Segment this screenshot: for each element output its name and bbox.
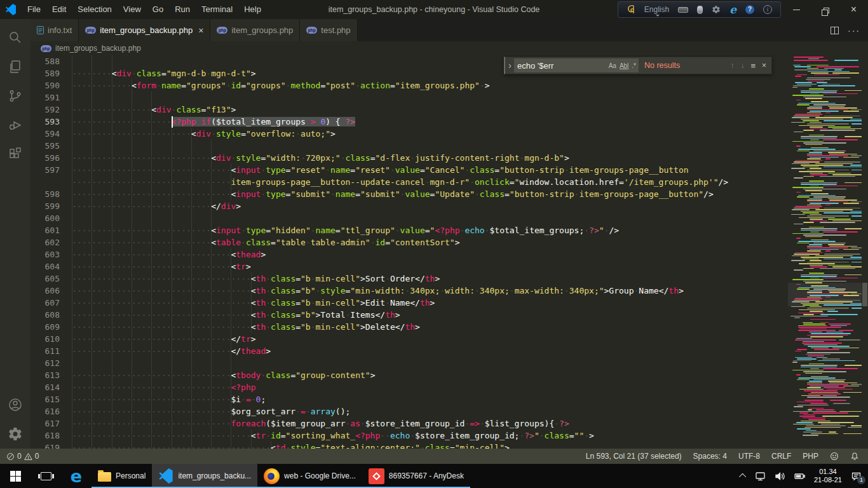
battery-icon[interactable] <box>794 471 805 482</box>
start-button[interactable] <box>0 464 31 488</box>
find-next-icon[interactable]: ↓ <box>740 61 744 70</box>
menu-selection[interactable]: Selection <box>72 0 117 19</box>
code-line[interactable]: 605····································<… <box>31 273 788 285</box>
tab-item-groups-php[interactable]: php item_groups.php <box>210 19 300 41</box>
code-line[interactable]: 613································<tbod… <box>31 369 788 381</box>
code-line[interactable]: 594························<div·style="o… <box>31 128 788 140</box>
breadcrumb[interactable]: php item_groups_backup.php <box>31 41 868 55</box>
tab-test-php[interactable]: php test.php <box>300 19 357 41</box>
code-line[interactable]: 609····································<… <box>31 321 788 333</box>
help-icon[interactable]: ? <box>745 5 754 14</box>
volume-icon[interactable] <box>775 471 785 482</box>
menu-go[interactable]: Go <box>147 0 169 19</box>
cursor-position[interactable]: Ln 593, Col 21 (37 selected) <box>586 452 682 461</box>
code-line[interactable]: 603································<thea… <box>31 248 788 261</box>
edge-taskbar-button[interactable]: e <box>61 464 92 488</box>
split-editor-icon[interactable] <box>831 27 839 34</box>
mouse-tool-icon[interactable] <box>697 6 703 14</box>
network-icon[interactable] <box>755 471 766 482</box>
info-icon[interactable]: i <box>763 5 772 14</box>
language-bar-settings-icon[interactable] <box>712 5 721 14</box>
more-actions-icon[interactable]: ··· <box>848 28 860 33</box>
problems-status[interactable]: 0 0 <box>0 452 39 461</box>
whole-word-toggle[interactable]: Abl <box>620 62 628 69</box>
menu-view[interactable]: View <box>118 0 147 19</box>
code-line[interactable]: 592················<div·class="f13"> <box>31 104 788 116</box>
code-line[interactable]: 591 <box>31 92 788 104</box>
find-expand-chevron-icon[interactable]: › <box>505 60 514 72</box>
code-line[interactable]: 600 <box>31 212 788 224</box>
tray-expand-chevron-icon[interactable] <box>739 473 746 480</box>
close-button[interactable]: × <box>839 0 868 19</box>
menu-edit[interactable]: Edit <box>46 0 72 19</box>
settings-gear-icon[interactable] <box>0 419 31 449</box>
minimap-slider[interactable] <box>788 283 862 306</box>
code-line[interactable]: 615································$i·=·… <box>31 393 788 405</box>
code-line[interactable]: 608····································<… <box>31 309 788 321</box>
extensions-icon[interactable] <box>0 140 31 169</box>
editor[interactable]: 588589········<div·class="mgn-d-b·mgn-d-… <box>31 55 868 449</box>
code-line[interactable]: 614································<?php <box>31 381 788 393</box>
explorer-icon[interactable] <box>0 52 31 81</box>
find-close-icon[interactable]: × <box>762 61 766 70</box>
taskbar-app-firefox[interactable]: web - Google Drive... <box>257 464 362 488</box>
feedback-smiley-icon[interactable] <box>830 452 839 461</box>
restore-button[interactable] <box>811 0 839 19</box>
code-line[interactable]: 599····························</div> <box>31 200 788 212</box>
regex-toggle[interactable]: .* <box>632 62 636 69</box>
tab-item-groups-backup-php[interactable]: php item_groups_backup.php × <box>79 19 210 41</box>
code-line[interactable]: 606····································<… <box>31 285 788 297</box>
tab-close-icon[interactable]: × <box>198 25 203 36</box>
code-line[interactable]: 617································forea… <box>31 417 788 430</box>
taskbar-clock[interactable]: 01.34 21-08-21 <box>814 468 842 484</box>
code-line[interactable]: 607····································<… <box>31 297 788 309</box>
avro-keyboard-icon[interactable] <box>627 4 635 15</box>
taskbar-app-vscode[interactable]: item_groups_backu... <box>152 464 257 488</box>
menu-help[interactable]: Help <box>238 0 267 19</box>
notifications-bell-icon[interactable] <box>850 452 859 461</box>
source-control-icon[interactable] <box>0 81 31 111</box>
code-line[interactable]: 597································<inpu… <box>31 164 788 176</box>
code-line[interactable]: 602····························<table·cl… <box>31 236 788 248</box>
code-line[interactable]: 611································</the… <box>31 345 788 357</box>
code-line[interactable]: 596····························<div·styl… <box>31 152 788 164</box>
minimap[interactable] <box>788 55 862 449</box>
run-debug-icon[interactable] <box>0 111 31 140</box>
code-line[interactable]: 593····················<?php·if($total_i… <box>31 116 788 128</box>
code-line[interactable]: 595 <box>31 140 788 152</box>
code-line[interactable]: 618····································<… <box>31 430 788 442</box>
action-center-button[interactable]: 1 <box>851 471 862 482</box>
ie-browser-icon[interactable]: e <box>729 3 736 16</box>
find-in-selection-icon[interactable]: ≡ <box>750 61 756 71</box>
menu-run[interactable]: Run <box>169 0 196 19</box>
minimize-button[interactable] <box>782 0 811 19</box>
indentation[interactable]: Spaces: 4 <box>693 452 727 461</box>
code-line[interactable]: 590············<form·name="groups"·id="g… <box>31 79 788 92</box>
menu-file[interactable]: File <box>22 0 46 19</box>
code-line[interactable]: 619·····································… <box>31 442 788 449</box>
eol-sequence[interactable]: CRLF <box>771 452 791 461</box>
tab-info-txt[interactable]: info.txt <box>31 19 79 41</box>
taskbar-app-anydesk[interactable]: 869357667 - AnyDesk <box>362 464 470 488</box>
code-line[interactable]: 598································<inpu… <box>31 188 788 200</box>
code-line[interactable]: 604································<tr> <box>31 261 788 273</box>
taskbar-app-personal[interactable]: Personal <box>92 464 152 488</box>
vertical-scrollbar[interactable] <box>862 55 868 449</box>
code-line[interactable]: 610································</tr> <box>31 333 788 345</box>
find-previous-icon[interactable]: ↑ <box>730 61 734 70</box>
input-language-selector[interactable]: English <box>644 5 669 14</box>
match-case-toggle[interactable]: Aa <box>609 62 616 69</box>
code-line[interactable]: ································item-gro… <box>31 176 788 188</box>
code-area[interactable]: 588589········<div·class="mgn-d-b·mgn-d-… <box>31 55 788 449</box>
keyboard-layout-icon[interactable] <box>678 7 688 13</box>
code-line[interactable]: 616································$org_… <box>31 405 788 417</box>
language-mode[interactable]: PHP <box>803 452 818 461</box>
menu-terminal[interactable]: Terminal <box>196 0 238 19</box>
search-icon[interactable] <box>0 23 31 52</box>
code-line[interactable]: 612 <box>31 357 788 369</box>
encoding[interactable]: UTF-8 <box>738 452 760 461</box>
code-line[interactable]: 601····························<input·ty… <box>31 224 788 236</box>
scrollbar-thumb[interactable] <box>862 283 867 306</box>
task-view-button[interactable] <box>31 464 61 488</box>
account-icon[interactable] <box>0 390 31 419</box>
